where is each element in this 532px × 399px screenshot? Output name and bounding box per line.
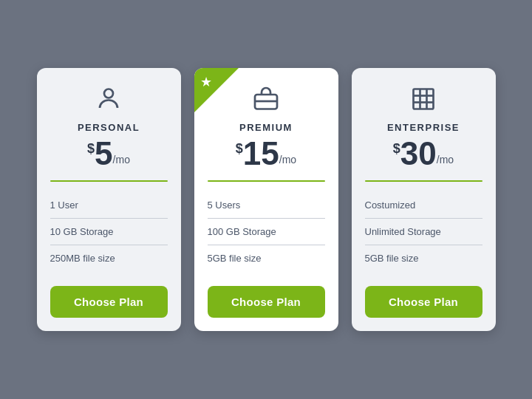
plan-name: PERSONAL	[78, 122, 140, 133]
svg-point-0	[104, 89, 113, 98]
features-list: Costumized Unlimited Storage 5GB file si…	[365, 192, 482, 271]
price-amount: 15	[243, 137, 279, 170]
star-icon: ★	[200, 74, 212, 90]
plan-divider	[208, 180, 325, 182]
plan-price: $ 15 /mo	[236, 137, 296, 170]
plan-card-enterprise: ENTERPRISE $ 30 /mo Costumized Unlimited…	[352, 68, 496, 331]
price-period: /mo	[113, 154, 130, 166]
feature-item: 5GB file size	[365, 245, 482, 271]
svg-rect-3	[414, 89, 434, 109]
features-list: 1 User 10 GB Storage 250MB file size	[50, 192, 168, 271]
plan-divider	[365, 180, 482, 182]
feature-item: 100 GB Storage	[208, 219, 325, 245]
plan-price: $ 30 /mo	[393, 137, 454, 170]
currency-symbol: $	[393, 142, 400, 155]
plan-divider	[50, 180, 168, 182]
feature-item: 5 Users	[208, 192, 325, 219]
currency-symbol: $	[236, 142, 243, 155]
briefcase-icon	[253, 86, 279, 116]
choose-plan-button[interactable]: Choose Plan	[208, 286, 325, 318]
feature-item: 10 GB Storage	[50, 219, 168, 245]
features-list: 5 Users 100 GB Storage 5GB file size	[208, 192, 325, 271]
plan-name: PREMIUM	[239, 122, 293, 133]
pricing-container: PERSONAL $ 5 /mo 1 User 10 GB Storage 25…	[22, 53, 511, 346]
choose-plan-button[interactable]: Choose Plan	[50, 286, 168, 318]
building-icon	[410, 86, 437, 116]
price-amount: 30	[400, 137, 437, 170]
feature-item: 250MB file size	[50, 245, 168, 271]
plan-card-personal: PERSONAL $ 5 /mo 1 User 10 GB Storage 25…	[37, 68, 181, 331]
plan-price: $ 5 /mo	[87, 137, 130, 170]
feature-item: 5GB file size	[208, 245, 325, 271]
price-amount: 5	[95, 137, 112, 170]
person-icon	[95, 86, 122, 116]
plan-card-premium: ★ PREMIUM $ 15 /mo 5 Users 100 GB Storag…	[194, 68, 338, 331]
feature-item: Unlimited Storage	[365, 219, 482, 245]
plan-name: ENTERPRISE	[387, 122, 460, 133]
feature-item: 1 User	[50, 192, 168, 219]
price-period: /mo	[279, 154, 296, 166]
choose-plan-button[interactable]: Choose Plan	[365, 286, 482, 318]
currency-symbol: $	[87, 142, 95, 155]
price-period: /mo	[437, 154, 454, 166]
featured-ribbon: ★	[194, 68, 239, 112]
feature-item: Costumized	[365, 192, 482, 219]
